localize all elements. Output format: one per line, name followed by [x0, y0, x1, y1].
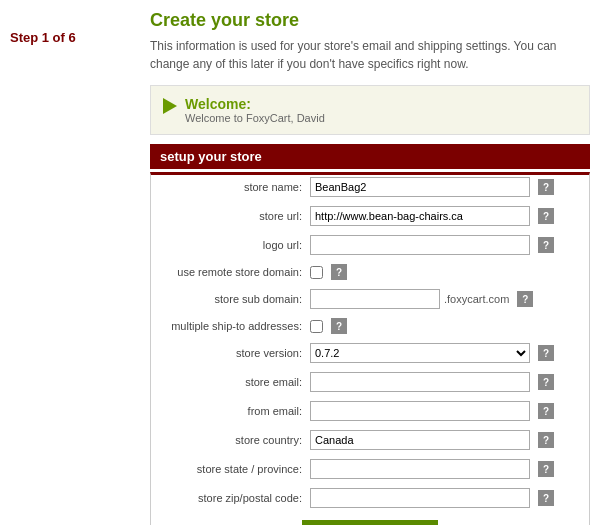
subdomain-input[interactable] — [310, 289, 440, 309]
welcome-arrow-icon — [163, 98, 177, 114]
store-state-input-wrapper: ? — [310, 459, 585, 479]
store-zip-input[interactable] — [310, 488, 530, 508]
subdomain-row: store sub domain: .foxycart.com ? — [151, 287, 589, 311]
step-label: Step 1 of 6 — [10, 30, 130, 45]
store-email-help-button[interactable]: ? — [538, 374, 554, 390]
store-version-select[interactable]: 0.7.2 — [310, 343, 530, 363]
multiple-ship-help-button[interactable]: ? — [331, 318, 347, 334]
logo-url-help-button[interactable]: ? — [538, 237, 554, 253]
store-url-label: store url: — [155, 210, 310, 222]
store-zip-input-wrapper: ? — [310, 488, 585, 508]
store-country-input[interactable] — [310, 430, 530, 450]
multiple-ship-row: multiple ship-to addresses: ? — [151, 316, 589, 336]
submit-row: Setup Your Store — [151, 520, 589, 525]
store-zip-row: store zip/postal code: ? — [151, 486, 589, 510]
store-version-label: store version: — [155, 347, 310, 359]
from-email-input-wrapper: ? — [310, 401, 585, 421]
store-state-help-button[interactable]: ? — [538, 461, 554, 477]
subdomain-help-button[interactable]: ? — [517, 291, 533, 307]
store-state-row: store state / province: ? — [151, 457, 589, 481]
remote-domain-label: use remote store domain: — [155, 266, 310, 278]
page-description: This information is used for your store'… — [150, 37, 590, 73]
store-name-row: store name: ? — [151, 175, 589, 199]
subdomain-input-wrapper: .foxycart.com ? — [310, 289, 585, 309]
store-name-input-wrapper: ? — [310, 177, 585, 197]
logo-url-label: logo url: — [155, 239, 310, 251]
from-email-label: from email: — [155, 405, 310, 417]
store-country-row: store country: ? — [151, 428, 589, 452]
welcome-box: Welcome: Welcome to FoxyCart, David — [150, 85, 590, 135]
store-version-help-button[interactable]: ? — [538, 345, 554, 361]
logo-url-input-wrapper: ? — [310, 235, 585, 255]
remote-domain-checkbox[interactable] — [310, 266, 323, 279]
form-container: store name: ? store url: ? log — [150, 172, 590, 525]
page-title: Create your store — [150, 10, 590, 31]
welcome-title: Welcome: — [185, 96, 325, 112]
from-email-input[interactable] — [310, 401, 530, 421]
subdomain-suffix: .foxycart.com — [444, 293, 509, 305]
store-name-label: store name: — [155, 181, 310, 193]
from-email-row: from email: ? — [151, 399, 589, 423]
remote-domain-help-button[interactable]: ? — [331, 264, 347, 280]
store-url-help-button[interactable]: ? — [538, 208, 554, 224]
multiple-ship-input-wrapper: ? — [310, 318, 585, 334]
store-email-input[interactable] — [310, 372, 530, 392]
store-country-help-button[interactable]: ? — [538, 432, 554, 448]
store-email-row: store email: ? — [151, 370, 589, 394]
from-email-help-button[interactable]: ? — [538, 403, 554, 419]
store-url-row: store url: ? — [151, 204, 589, 228]
welcome-text-block: Welcome: Welcome to FoxyCart, David — [185, 96, 325, 124]
store-email-input-wrapper: ? — [310, 372, 585, 392]
store-url-input[interactable] — [310, 206, 530, 226]
store-version-row: store version: 0.7.2 ? — [151, 341, 589, 365]
store-country-label: store country: — [155, 434, 310, 446]
remote-domain-row: use remote store domain: ? — [151, 262, 589, 282]
section-header: setup your store — [150, 144, 590, 169]
store-name-input[interactable] — [310, 177, 530, 197]
logo-url-input[interactable] — [310, 235, 530, 255]
store-url-input-wrapper: ? — [310, 206, 585, 226]
store-zip-label: store zip/postal code: — [155, 492, 310, 504]
store-country-input-wrapper: ? — [310, 430, 585, 450]
store-version-input-wrapper: 0.7.2 ? — [310, 343, 585, 363]
subdomain-label: store sub domain: — [155, 293, 310, 305]
store-name-help-button[interactable]: ? — [538, 179, 554, 195]
store-email-label: store email: — [155, 376, 310, 388]
main-content: Create your store This information is us… — [140, 0, 600, 525]
setup-store-button[interactable]: Setup Your Store — [302, 520, 439, 525]
form-section: setup your store store name: ? store url… — [150, 147, 590, 525]
sidebar: Step 1 of 6 — [0, 0, 140, 525]
store-state-label: store state / province: — [155, 463, 310, 475]
remote-domain-input-wrapper: ? — [310, 264, 585, 280]
multiple-ship-checkbox[interactable] — [310, 320, 323, 333]
store-zip-help-button[interactable]: ? — [538, 490, 554, 506]
multiple-ship-label: multiple ship-to addresses: — [155, 320, 310, 332]
welcome-subtitle: Welcome to FoxyCart, David — [185, 112, 325, 124]
store-state-input[interactable] — [310, 459, 530, 479]
logo-url-row: logo url: ? — [151, 233, 589, 257]
